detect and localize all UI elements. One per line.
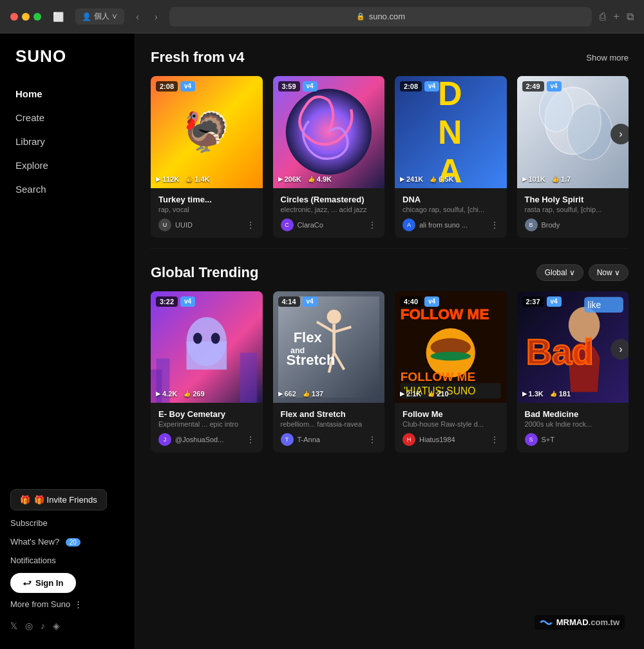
- address-bar[interactable]: 🔒 suno.com: [169, 7, 592, 26]
- author-avatar-holy: B: [525, 218, 538, 231]
- subscribe-link[interactable]: Subscribe: [10, 517, 124, 529]
- card-thumb-flex: Flex and Stretch 4:14 v4 ▶662: [273, 291, 385, 403]
- card-title-dna: DNA: [402, 195, 499, 204]
- main-content: Fresh from v4 Show more 🦃 2:08 v4: [135, 34, 644, 649]
- svg-text:Flex: Flex: [293, 329, 322, 345]
- instagram-icon[interactable]: ◎: [25, 621, 33, 631]
- sidebar-item-create[interactable]: Create: [0, 106, 135, 130]
- card-stats-turkey: ▶112K 👍1.4K: [156, 175, 258, 183]
- more-btn-flex[interactable]: ⋮: [368, 434, 377, 445]
- author-avatar-circles: C: [281, 218, 294, 231]
- more-btn-circles[interactable]: ⋮: [368, 220, 377, 230]
- svg-text:Bad: Bad: [526, 331, 593, 371]
- fresh-show-more[interactable]: Show more: [586, 53, 629, 63]
- tabs-icon[interactable]: ⧉: [627, 11, 634, 23]
- card-genre-circles: electronic, jazz, ... acid jazz: [281, 206, 377, 213]
- card-flex[interactable]: Flex and Stretch 4:14 v4 ▶662: [273, 291, 385, 453]
- close-traffic-light[interactable]: [10, 13, 18, 21]
- social-icons: 𝕏 ◎ ♪ ◈: [10, 615, 124, 636]
- twitter-icon[interactable]: 𝕏: [10, 621, 17, 631]
- fresh-next-arrow[interactable]: ›: [611, 124, 629, 144]
- minimize-traffic-light[interactable]: [22, 13, 30, 21]
- plays-circles: ▶206K: [278, 175, 301, 183]
- sidebar-item-explore[interactable]: Explore: [0, 153, 135, 177]
- author-avatar-follow: H: [402, 433, 415, 446]
- trending-next-arrow[interactable]: ›: [611, 339, 629, 360]
- browser-chrome: ⬜ 👤 個人 ∨ ‹ › 🔒 suno.com ⎙ ＋ ⧉: [0, 0, 644, 34]
- card-badges-holy: 2:49 v4: [522, 81, 562, 92]
- author-name-flex: T-Anna: [298, 436, 320, 443]
- card-thumb-eboy: 3:22 v4 ▶4.2K 👍269: [151, 291, 263, 403]
- card-info-dna: DNA chicago rap, soulful, [chi... A ali …: [395, 188, 507, 238]
- card-thumb-dna: DNA 2:08 v4 ▶241K 👍6.5K: [395, 76, 507, 188]
- sign-in-btn[interactable]: ⮐ Sign In: [10, 573, 76, 593]
- likes-flex: 👍137: [303, 390, 323, 398]
- notifications-link[interactable]: Notifications: [10, 554, 124, 567]
- time-badge-flex: 4:14: [278, 296, 300, 307]
- time-badge-turkey: 2:08: [156, 81, 178, 92]
- card-title-turkey: Turkey time...: [158, 195, 255, 204]
- card-bad[interactable]: Bad Bad like 2:37 v4: [517, 291, 629, 453]
- card-dna[interactable]: DNA 2:08 v4 ▶241K 👍6.5K DNA chic: [395, 76, 507, 238]
- svg-point-8: [193, 333, 202, 344]
- share-icon[interactable]: ⎙: [600, 11, 606, 23]
- card-author-circles: C ClaraCo ⋮: [281, 218, 377, 231]
- svg-point-27: [431, 351, 471, 360]
- svg-point-4: [567, 104, 612, 160]
- likes-holy: 👍1.7: [552, 175, 571, 183]
- profile-btn[interactable]: 👤 個人 ∨: [75, 8, 124, 24]
- tiktok-icon[interactable]: ♪: [41, 621, 45, 631]
- maximize-traffic-light[interactable]: [33, 13, 41, 21]
- more-btn-dna[interactable]: ⋮: [490, 220, 499, 230]
- global-filter-btn[interactable]: Global ∨: [536, 264, 583, 281]
- svg-point-14: [327, 309, 341, 324]
- card-circles[interactable]: 3:59 v4 ▶206K 👍4.9K Circles (Remastered)…: [273, 76, 385, 238]
- discord-icon[interactable]: ◈: [53, 621, 60, 631]
- card-follow[interactable]: FOLLOW ME FOLLOW ME 'HIATUS' SUNO: [395, 291, 507, 453]
- card-eboy[interactable]: 3:22 v4 ▶4.2K 👍269 E- Boy Cemetary Exper…: [151, 291, 263, 453]
- trending-filters: Global ∨ Now ∨: [536, 264, 629, 281]
- card-turkey[interactable]: 🦃 2:08 v4 ▶112K 👍1.4K Turkey time...: [151, 76, 263, 238]
- gift-icon: 🎁: [20, 495, 30, 505]
- url-text: suno.com: [369, 12, 405, 21]
- more-icon: ⋮: [74, 599, 82, 609]
- more-btn-follow[interactable]: ⋮: [490, 434, 499, 445]
- more-btn-eboy[interactable]: ⋮: [246, 434, 255, 445]
- plays-bad: ▶1.3K: [522, 390, 544, 398]
- card-holy[interactable]: 2:49 v4 ▶101K 👍1.7 The Holy Spirit rasta…: [517, 76, 629, 238]
- card-author-bad: S S+T: [525, 433, 621, 446]
- invite-friends-btn[interactable]: 🎁 🎁 Invite Friends: [10, 489, 107, 510]
- more-from-suno[interactable]: More from Suno ⋮: [10, 599, 124, 609]
- thumb-circles-bg: [273, 76, 385, 188]
- card-stats-dna: ▶241K 👍6.5K: [400, 175, 502, 183]
- v4-badge-eboy: v4: [180, 296, 195, 307]
- sidebar-toggle-btn[interactable]: ⬜: [49, 9, 68, 24]
- v4-badge-follow: v4: [424, 296, 439, 307]
- new-tab-icon[interactable]: ＋: [611, 10, 621, 23]
- card-genre-turkey: rap, vocal: [158, 206, 255, 213]
- card-author-follow: H Hiatus1984 ⋮: [402, 433, 499, 446]
- now-filter-btn[interactable]: Now ∨: [589, 264, 629, 281]
- thumb-turkey-bg: 🦃: [151, 76, 263, 188]
- card-author-eboy: J @JoshuaSod... ⋮: [158, 433, 255, 446]
- card-badges-follow: 4:40 v4: [400, 296, 439, 307]
- card-stats-follow: ▶2.1K 👍210: [400, 390, 502, 398]
- card-badges-bad: 2:37 v4: [522, 296, 562, 307]
- sidebar-item-search[interactable]: Search: [0, 177, 135, 201]
- v4-badge-holy: v4: [547, 81, 562, 92]
- forward-btn[interactable]: ›: [151, 9, 162, 24]
- watermark-text: MRMAD.com.tw: [556, 617, 620, 627]
- whats-new-link[interactable]: What's New? 20: [10, 536, 124, 548]
- card-info-flex: Flex and Stretch rebelliom... fantasia-r…: [273, 403, 385, 452]
- svg-text:Stretch: Stretch: [286, 351, 335, 367]
- sidebar-item-library[interactable]: Library: [0, 130, 135, 153]
- trending-section-title: Global Trending: [151, 264, 258, 281]
- likes-follow: 👍210: [428, 390, 448, 398]
- more-btn-turkey[interactable]: ⋮: [246, 220, 255, 230]
- sidebar-item-home[interactable]: Home: [0, 82, 135, 106]
- author-name-bad: S+T: [542, 436, 554, 443]
- logo: SUNO: [0, 46, 135, 82]
- sidebar-nav: Home Create Library Explore Search: [0, 82, 135, 201]
- thumb-dna-bg: DNA: [395, 76, 507, 188]
- back-btn[interactable]: ‹: [132, 9, 143, 24]
